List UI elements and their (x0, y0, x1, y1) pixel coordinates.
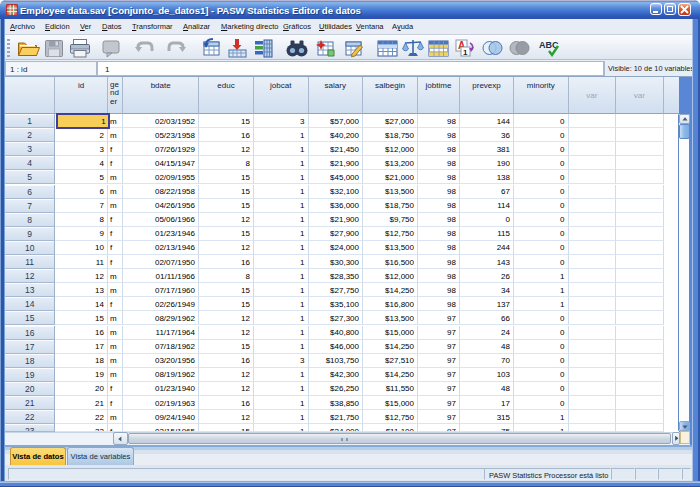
svg-text:1: 1 (463, 48, 468, 57)
